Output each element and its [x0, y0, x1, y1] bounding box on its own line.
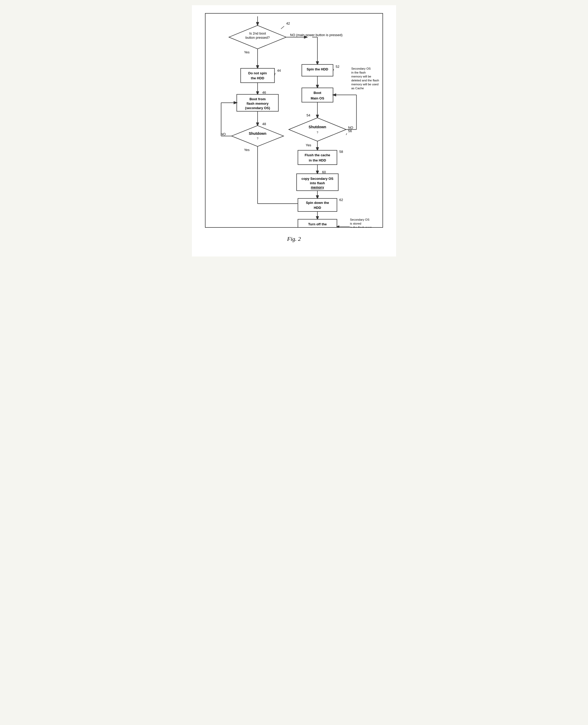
- shutdown-54-q: ?: [316, 131, 318, 134]
- do-not-spin-text: Do not spin: [248, 71, 267, 75]
- shutdown-54-text: Shutdown: [309, 125, 326, 129]
- spin-down-text2: HDD: [314, 206, 321, 210]
- ref-48: 48: [262, 122, 266, 126]
- no-label-top: NO (main power button is pressed): [290, 33, 342, 37]
- note1-text4: deleted and the flash: [351, 79, 379, 82]
- spin-hdd-text: Spin the HDD: [307, 67, 328, 71]
- shutdown-48: [231, 126, 284, 147]
- note1-text2: in the flash: [351, 71, 366, 74]
- flush-cache-text1: Flush the cache: [305, 153, 330, 157]
- yes-label-48: Yes: [244, 148, 250, 152]
- ref-62: 62: [339, 198, 343, 202]
- yes-label-42: Yes: [244, 50, 250, 54]
- flowchart-svg: Is 2nd boot button pressed? 42 NO (main …: [206, 14, 382, 227]
- ref-52: 52: [336, 65, 339, 69]
- ref-42-line: [281, 26, 284, 29]
- spin-down-text1: Spin down the: [306, 201, 329, 205]
- yes-label-54: Yes: [306, 143, 311, 147]
- do-not-spin-box: [240, 68, 274, 83]
- ref-44: 44: [277, 69, 281, 72]
- turn-off-text1: Turn off the: [308, 222, 327, 226]
- copy-secondary-text1: copy Secondary OS: [301, 177, 334, 180]
- boot-flash-text1: Boot from: [250, 97, 266, 101]
- ref-54: 54: [307, 113, 310, 117]
- ref-46: 46: [262, 90, 266, 94]
- boot-flash-text3: (secondary OS): [245, 106, 270, 110]
- ref-60: 60: [322, 170, 326, 174]
- ref-42: 42: [286, 21, 290, 25]
- note1-text1: Secondary OS: [351, 67, 371, 70]
- page: Is 2nd boot button pressed? 42 NO (main …: [192, 5, 396, 256]
- flush-cache-box: [298, 150, 337, 165]
- copy-secondary-text3: memory: [311, 185, 324, 189]
- note2-text3: in the flash mem.: [350, 226, 373, 227]
- flush-cache-text2: in the HDD: [309, 158, 326, 162]
- svg-text:button pressed?: button pressed?: [246, 36, 270, 40]
- decision-42-text: Is 2nd boot: [249, 31, 266, 35]
- no-label-54: NO: [348, 126, 353, 130]
- note2-text2: is stored: [350, 222, 361, 225]
- svg-line-4: [346, 133, 347, 135]
- svg-text:the HDD: the HDD: [251, 76, 264, 80]
- boot-main-os-text2: Main OS: [311, 96, 324, 100]
- boot-flash-text2: flash memory: [247, 102, 269, 105]
- note1-text3: memory will be: [351, 75, 371, 78]
- boot-main-os-text1: Boot: [314, 91, 321, 95]
- shutdown-48-q: ?: [257, 137, 258, 140]
- note2-text1: Secondary OS: [350, 218, 370, 221]
- diagram-border: Is 2nd boot button pressed? 42 NO (main …: [205, 13, 383, 228]
- shutdown-48-text: Shutdown: [249, 131, 266, 135]
- note1-text5: memory will be used: [351, 83, 379, 86]
- copy-secondary-text2: into flash: [310, 181, 325, 185]
- figure-label: Fig. 2: [197, 236, 391, 242]
- shutdown-54: [289, 118, 346, 141]
- ref-58: 58: [339, 150, 343, 154]
- note1-text6: as Cache: [351, 87, 364, 90]
